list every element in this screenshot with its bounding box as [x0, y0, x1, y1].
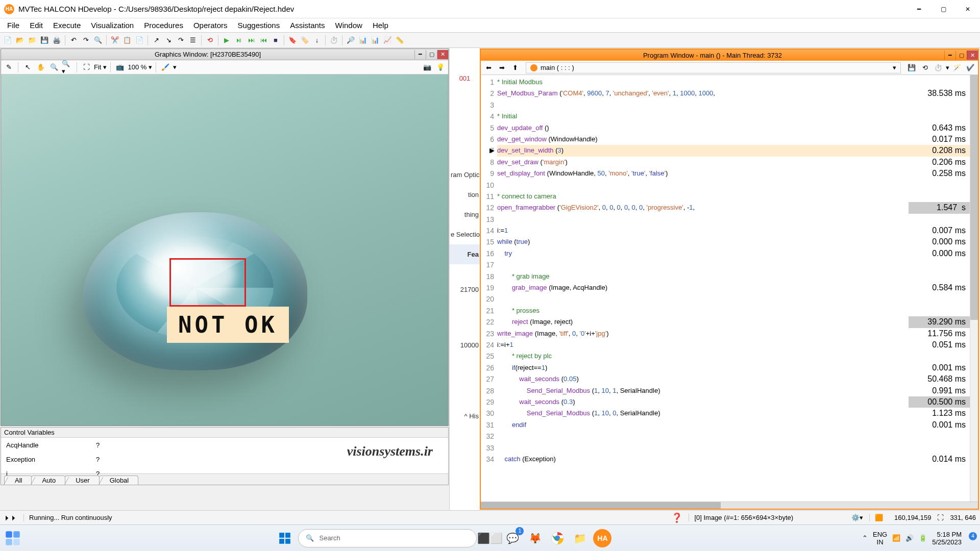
- code-line[interactable]: i:=10.007 ms: [497, 225, 970, 236]
- zoom-in-icon[interactable]: 🔍: [48, 62, 60, 73]
- close-button[interactable]: ✕: [955, 0, 980, 18]
- zoom-menu[interactable]: ▾: [149, 63, 152, 71]
- procedure-breadcrumb[interactable]: main ( : : : ) ▾: [526, 62, 901, 73]
- code-line[interactable]: [497, 293, 970, 305]
- code-line[interactable]: [497, 431, 970, 442]
- code-line[interactable]: * prosses: [497, 305, 970, 316]
- hdevelop-task-icon[interactable]: HA: [593, 529, 611, 547]
- reload-icon[interactable]: ⟲: [919, 62, 930, 73]
- code-line[interactable]: [497, 259, 970, 270]
- nav-back-icon[interactable]: ⬅: [483, 62, 494, 73]
- help-icon[interactable]: ❓: [671, 512, 682, 523]
- gray-histogram-icon[interactable]: 📊: [357, 35, 369, 46]
- hand-icon[interactable]: ✋: [35, 62, 46, 73]
- code-line[interactable]: wait_seconds (0.3)00.500 ms: [497, 396, 970, 408]
- paint-icon[interactable]: 🖌️: [160, 62, 171, 73]
- code-line[interactable]: endif0.001 ms: [497, 419, 970, 431]
- code-line[interactable]: * reject by plc: [497, 350, 970, 362]
- chrome-icon[interactable]: [548, 529, 567, 547]
- pw-close-button[interactable]: ✕: [967, 51, 978, 60]
- code-line[interactable]: wait_seconds (0.05)50.468 ms: [497, 373, 970, 385]
- print-icon[interactable]: 🖨️: [51, 35, 62, 46]
- notifications-icon[interactable]: [967, 534, 975, 542]
- menu-assistants[interactable]: Assistants: [285, 19, 330, 32]
- nav-up-icon[interactable]: ⬆: [509, 62, 521, 73]
- step-icon[interactable]: ⏮: [258, 35, 269, 46]
- code-line[interactable]: if(reject==1)0.001 ms: [497, 362, 970, 373]
- explorer-icon[interactable]: 📁: [571, 529, 589, 547]
- code-line[interactable]: reject (Image, reject)39.290 ms: [497, 316, 970, 328]
- timer2-icon[interactable]: ⏱️: [933, 62, 944, 73]
- taskbar-search[interactable]: 🔍 Search: [298, 529, 477, 547]
- paste-icon[interactable]: 📄: [134, 35, 145, 46]
- step-in-icon[interactable]: ↘: [163, 35, 174, 46]
- graphics-window-titlebar[interactable]: Graphics Window: [H2370BE35490] ━ ▢ ✕: [1, 49, 448, 60]
- step-out-icon[interactable]: ↗: [151, 35, 162, 46]
- code-line[interactable]: [497, 214, 970, 225]
- list-icon[interactable]: ☰: [187, 35, 199, 46]
- wifi-icon[interactable]: 📶: [892, 534, 900, 542]
- bulb-icon[interactable]: 💡: [435, 62, 446, 73]
- open2-icon[interactable]: 📁: [27, 35, 38, 46]
- code-line[interactable]: grab_image (Image, AcqHandle)0.584 ms: [497, 282, 970, 293]
- reset-icon[interactable]: ⟲: [204, 35, 215, 46]
- tab-all[interactable]: All: [4, 475, 32, 485]
- copy-icon[interactable]: 📋: [121, 35, 133, 46]
- wand-icon[interactable]: 🪄: [951, 62, 963, 73]
- code-line[interactable]: Set_Modbus_Param ('COM4', 9600, 7, 'unch…: [497, 88, 970, 99]
- vertical-scrollbar[interactable]: [970, 75, 978, 502]
- gw-minimize-button[interactable]: ━: [414, 50, 426, 59]
- volume-icon[interactable]: 🔊: [905, 534, 914, 542]
- breakpoint-icon[interactable]: 🔖: [287, 35, 298, 46]
- start-button[interactable]: [276, 529, 294, 547]
- code-line[interactable]: dev_update_off ()0.643 ms: [497, 122, 970, 134]
- firefox-icon[interactable]: 🦊: [526, 529, 544, 547]
- menu-operators[interactable]: Operators: [188, 19, 233, 32]
- menu-visualization[interactable]: Visualization: [86, 19, 139, 32]
- program-window-titlebar[interactable]: Program Window - main () - Main Thread: …: [481, 49, 978, 61]
- graphics-canvas[interactable]: NOT OK: [1, 74, 448, 425]
- code-editor[interactable]: 1234567891011121314151617181920212223242…: [481, 75, 978, 502]
- run-icon[interactable]: ▶: [221, 35, 232, 46]
- code-line[interactable]: try0.000 ms: [497, 248, 970, 259]
- menu-procedures[interactable]: Procedures: [139, 19, 188, 32]
- horizontal-scrollbar[interactable]: [481, 502, 978, 509]
- zoom-dropdown-icon[interactable]: 🔍▾: [62, 62, 73, 73]
- task-view-icon[interactable]: ⬛⬜: [481, 529, 499, 547]
- cut-icon[interactable]: ✂️: [109, 35, 120, 46]
- redo-icon[interactable]: ↷: [80, 35, 91, 46]
- code-line[interactable]: [497, 180, 970, 191]
- maximize-button[interactable]: ▢: [931, 0, 955, 18]
- code-line[interactable]: open_framegrabber ('GigEVision2', 0, 0, …: [497, 202, 970, 213]
- pencil-icon[interactable]: ✎: [3, 62, 14, 73]
- run-to-cursor-icon[interactable]: ⏭: [246, 35, 257, 46]
- code-line[interactable]: set_display_font (WindowHandle, 50, 'mon…: [497, 168, 970, 179]
- chat-icon[interactable]: 💬: [503, 529, 522, 547]
- record-icon[interactable]: 📷: [422, 62, 433, 73]
- code-line[interactable]: * Initial Modbus: [497, 77, 970, 88]
- code-line[interactable]: catch (Exception)0.014 ms: [497, 454, 970, 465]
- code-line[interactable]: [497, 99, 970, 111]
- code-line[interactable]: * connect to camera: [497, 191, 970, 202]
- code-line[interactable]: dev_set_draw ('margin')0.206 ms: [497, 157, 970, 168]
- find-icon[interactable]: 🔍: [92, 35, 104, 46]
- code-line[interactable]: [497, 442, 970, 454]
- code-line[interactable]: * grab image: [497, 271, 970, 282]
- arrow-down-icon[interactable]: ↓: [311, 35, 323, 46]
- gw-close-button[interactable]: ✕: [437, 50, 448, 59]
- step-over-icon[interactable]: ↷: [175, 35, 186, 46]
- clock[interactable]: 5:18 PM 5/25/2023: [932, 531, 962, 546]
- fit-icon[interactable]: ⛶: [81, 62, 92, 73]
- line-profile-icon[interactable]: 📈: [382, 35, 393, 46]
- code-line[interactable]: Send_Serial_Modbus (1, 10, 0, SerialHand…: [497, 408, 970, 419]
- menu-file[interactable]: File: [2, 19, 24, 32]
- window-icon[interactable]: 📺: [114, 62, 126, 73]
- language-indicator[interactable]: ENG IN: [873, 531, 887, 546]
- measure-icon[interactable]: 📏: [394, 35, 405, 46]
- minimize-button[interactable]: ━: [906, 0, 931, 18]
- pw-maximize-button[interactable]: ▢: [955, 51, 967, 60]
- gear-icon[interactable]: ⚙️▾: [851, 514, 863, 521]
- widgets-icon[interactable]: [5, 531, 20, 546]
- save-proc-icon[interactable]: 💾: [906, 62, 917, 73]
- stamp-icon[interactable]: ✔️: [965, 62, 976, 73]
